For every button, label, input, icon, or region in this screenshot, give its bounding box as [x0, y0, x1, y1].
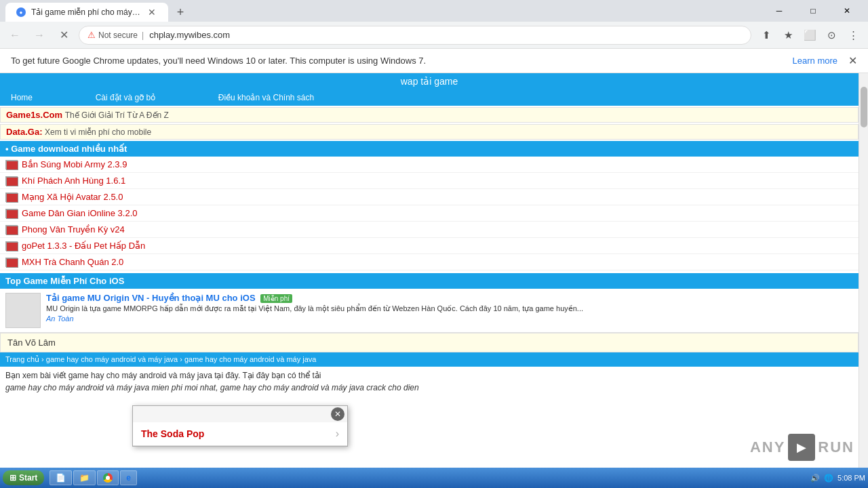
game-link[interactable]: Mạng Xã Hội Avatar 2.5.0 — [22, 192, 123, 202]
featured-info: Tải game MU Origin VN - Huyền thoại MU c… — [46, 293, 853, 328]
svg-rect-11 — [7, 243, 18, 251]
reload-button[interactable]: ✕ — [54, 26, 73, 45]
game-link[interactable]: goPet 1.3.3 - Đấu Pet Hấp Dẫn — [22, 241, 145, 251]
site-nav: Home Cài đặt và gỡ bỏ Điều khoản và Chín… — [0, 89, 859, 106]
anyrun-logo: ▶ — [788, 434, 815, 461]
start-button[interactable]: ⊞ Start — [3, 470, 44, 485]
page-text-line1: Bạn xem bài viết game hay cho máy androi… — [5, 371, 321, 380]
game-link[interactable]: Game Dân Gian iOnline 3.2.0 — [22, 208, 138, 218]
not-secure-label: Not secure — [98, 30, 138, 40]
system-time: 5:08 PM — [837, 474, 865, 482]
page-text-line2: game hay cho máy android và máy java mie… — [5, 383, 419, 392]
featured-source: An Toàn — [46, 314, 853, 323]
minimize-button[interactable]: ─ — [764, 0, 795, 22]
address-input[interactable]: ⚠ Not secure | chplay.mywibes.com — [79, 26, 751, 45]
tab-close-button[interactable]: ✕ — [146, 7, 157, 18]
back-button[interactable]: ← — [5, 26, 24, 45]
section1-header: • Game download nhiều nhất — [0, 141, 859, 157]
taskbar-item-folder[interactable]: 📁 — [73, 470, 96, 485]
svg-rect-5 — [7, 194, 18, 202]
tan-vo-lam-section: Tân Võ Lâm — [0, 333, 859, 352]
not-secure-indicator: ⚠ Not secure | — [87, 30, 145, 40]
address-bar: ← → ✕ ⚠ Not secure | chplay.mywibes.com … — [0, 22, 868, 49]
ad-text-2: Xem ti vi miễn phí cho mobile — [45, 127, 151, 137]
taskbar-item-notepad[interactable]: 📄 — [50, 470, 72, 485]
game-link[interactable]: Khí Phách Anh Hùng 1.6.1 — [22, 176, 125, 186]
active-tab[interactable]: ● Tải game miễn phí cho máy java và ... … — [5, 3, 168, 22]
game-icon — [5, 241, 18, 251]
popup-header: ✕ — [133, 406, 347, 422]
anyrun-run-text: RUN — [818, 439, 854, 456]
share-icon[interactable]: ⬆ — [757, 26, 776, 45]
ad-link-2[interactable]: Data.Ga: — [6, 127, 42, 137]
ad-text-1: Thế Giới Giải Trí Từ A Đến Z — [65, 110, 169, 120]
speaker-icon[interactable]: 🔊 — [810, 474, 820, 483]
list-item: Game Dân Gian iOnline 3.2.0 — [0, 205, 859, 222]
game-list: Bắn Súng Mobi Army 2.3.9 Khí Phách Anh H… — [0, 157, 859, 270]
tan-vo-lam-text: Tân Võ Lâm — [7, 338, 56, 348]
section2-header: Top Game Miễn Phí Cho iOS — [0, 273, 859, 289]
content-area: wap tải game Home Cài đặt và gỡ bỏ Điều … — [0, 73, 868, 488]
list-item: MXH Trà Chanh Quán 2.0 — [0, 254, 859, 270]
nav-home[interactable]: Home — [5, 92, 38, 104]
popup-link[interactable]: The Soda Pop — [141, 428, 204, 439]
featured-title-link[interactable]: Tải game MU Origin VN - Huyền thoại MU c… — [46, 293, 256, 303]
game-link[interactable]: MXH Trà Chanh Quán 2.0 — [22, 257, 123, 267]
taskbar-item-chrome[interactable] — [97, 470, 119, 485]
start-icon: ⊞ — [9, 473, 16, 483]
network-icon[interactable]: 🌐 — [824, 474, 833, 483]
chrome-taskbar-icon — [103, 473, 113, 483]
ad-link-1[interactable]: Game1s.Com — [6, 110, 62, 120]
breadcrumb: Trang chủ › game hay cho máy android và … — [5, 355, 316, 363]
section1-title: • Game download nhiều nhất — [5, 144, 127, 154]
notification-close-button[interactable]: ✕ — [848, 54, 857, 67]
tab-favicon: ● — [16, 7, 26, 17]
profile-icon[interactable]: ⊙ — [822, 26, 841, 45]
bookmark-icon[interactable]: ★ — [778, 26, 797, 45]
systray: 🔊 🌐 5:08 PM — [810, 474, 865, 483]
list-item: Bắn Súng Mobi Army 2.3.9 — [0, 157, 859, 173]
svg-rect-13 — [7, 259, 18, 267]
game-icon — [5, 160, 18, 169]
svg-rect-9 — [7, 226, 18, 235]
game-link[interactable]: Phong Vân Truyền Kỳ v24 — [22, 224, 125, 235]
folder-icon: 📁 — [79, 473, 90, 483]
featured-thumbnail — [5, 293, 41, 328]
notification-actions: Learn more ✕ — [793, 54, 857, 67]
nav-install[interactable]: Cài đặt và gỡ bỏ — [90, 92, 161, 104]
free-badge: Miễn phí — [260, 294, 292, 303]
window-controls: ─ □ ✕ — [764, 0, 863, 22]
popup-item[interactable]: The Soda Pop › — [133, 422, 347, 446]
extensions-icon[interactable]: ⬜ — [800, 26, 819, 45]
nav-terms[interactable]: Điều khoản và Chính sách — [213, 92, 319, 104]
notepad-icon: 📄 — [56, 473, 66, 483]
notification-text: To get future Google Chrome updates, you… — [11, 56, 793, 66]
forward-button[interactable]: → — [30, 26, 49, 45]
warning-icon: ⚠ — [87, 30, 96, 40]
scrollbar[interactable] — [859, 73, 868, 488]
taskbar: ⊞ Start 📄 📁 e 🔊 🌐 5:08 PM — [0, 468, 868, 488]
maximize-button[interactable]: □ — [797, 0, 829, 22]
list-item: Khí Phách Anh Hùng 1.6.1 — [0, 173, 859, 189]
section2-title: Top Game Miễn Phí Cho iOS — [5, 276, 124, 286]
scrollbar-thumb[interactable] — [861, 87, 867, 127]
menu-icon[interactable]: ⋮ — [844, 26, 863, 45]
list-item: Mạng Xã Hội Avatar 2.5.0 — [0, 189, 859, 205]
list-item: goPet 1.3.3 - Đấu Pet Hấp Dẫn — [0, 238, 859, 254]
game-icon — [5, 209, 18, 218]
tab-bar: ● Tải game miễn phí cho máy java và ... … — [5, 0, 190, 22]
tab-title: Tải game miễn phí cho máy java và ... — [31, 7, 141, 17]
taskbar-items: 📄 📁 e — [50, 470, 137, 485]
learn-more-link[interactable]: Learn more — [793, 56, 837, 66]
url-text: chplay.mywibes.com — [149, 30, 230, 40]
popup-close-button[interactable]: ✕ — [331, 407, 344, 421]
list-item: Phong Vân Truyền Kỳ v24 — [0, 222, 859, 238]
featured-title-row: Tải game MU Origin VN - Huyền thoại MU c… — [46, 293, 853, 303]
taskbar-item-ie[interactable]: e — [120, 470, 137, 485]
site-logo: wap tải game — [395, 75, 463, 88]
new-tab-button[interactable]: + — [171, 3, 190, 22]
featured-description: MU Origin là tựa game MMORPG hấp dẫn mới… — [46, 304, 853, 313]
ie-taskbar-icon: e — [126, 473, 131, 483]
close-button[interactable]: ✕ — [831, 0, 863, 22]
game-link[interactable]: Bắn Súng Mobi Army 2.3.9 — [22, 159, 127, 169]
